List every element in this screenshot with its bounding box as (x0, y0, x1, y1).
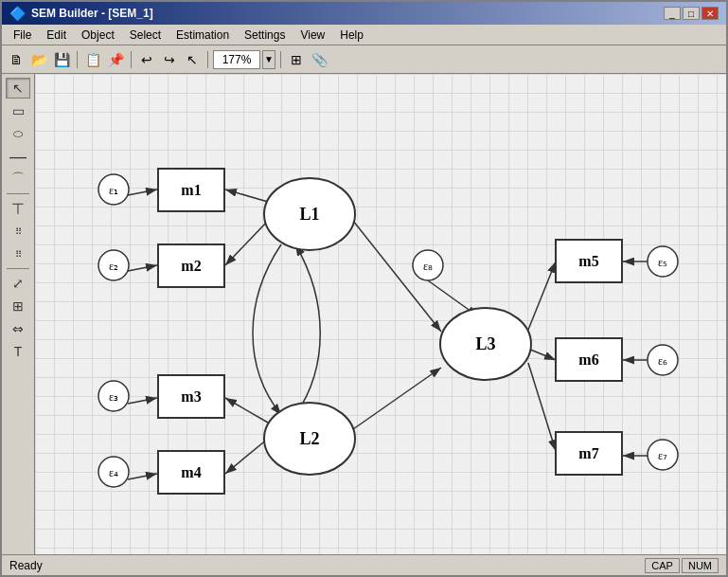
app-icon: 🔷 (9, 6, 26, 21)
tool-text[interactable]: T (6, 341, 30, 362)
tool-sep-2 (7, 268, 29, 269)
menu-edit[interactable]: Edit (39, 27, 74, 44)
arrow-e2-m2 (128, 265, 157, 271)
tool-dots2[interactable]: ⠿ (6, 243, 30, 264)
save-button[interactable]: 💾 (51, 49, 72, 70)
main-window: 🔷 SEM Builder - [SEM_1] _ □ ✕ File Edit … (0, 0, 728, 577)
label-m7: m7 (578, 445, 598, 461)
arrow-L1-m2 (225, 221, 268, 265)
tool-filter[interactable]: ⊤ (6, 198, 30, 219)
extra-button[interactable]: 📎 (309, 49, 329, 70)
title-bar-controls: _ □ ✕ (664, 7, 719, 20)
arrow-e3-m3 (128, 398, 157, 404)
label-e1: ε₁ (109, 184, 118, 197)
separator-2 (131, 51, 132, 68)
label-L3: L3 (475, 334, 495, 353)
arrow-L2-L1-up (295, 244, 320, 415)
menu-settings[interactable]: Settings (237, 27, 293, 44)
maximize-button[interactable]: □ (683, 7, 700, 20)
new-button[interactable]: 🗎 (6, 49, 27, 70)
cursor-tool[interactable]: ↖ (182, 49, 203, 70)
label-m6: m6 (578, 352, 598, 368)
arrow-L1-L2-down (253, 244, 281, 415)
tool-transform[interactable]: ⤢ (6, 273, 30, 294)
tool-resize[interactable]: ⇔ (6, 318, 30, 339)
tool-cursor[interactable]: ↖ (6, 78, 30, 99)
tool-grid-tool[interactable]: ⊞ (6, 296, 30, 316)
status-text: Ready (9, 559, 43, 572)
label-m3: m3 (181, 388, 201, 405)
tool-arc[interactable]: ⌒ (6, 169, 30, 189)
close-button[interactable]: ✕ (701, 7, 719, 20)
label-m2: m2 (181, 258, 201, 274)
menu-estimation[interactable]: Estimation (169, 27, 237, 44)
separator-1 (77, 51, 78, 68)
arrow-L3-m5 (528, 261, 556, 330)
menu-bar: File Edit Object Select Estimation Setti… (2, 25, 726, 45)
main-area: ↖ ▭ ⬭ — ⌒ ⊤ ⠿ ⠿ ⤢ ⊞ ⇔ T (2, 74, 726, 554)
label-e3: ε₃ (109, 390, 118, 404)
arrow-L2-m4 (225, 439, 268, 474)
paste-button[interactable]: 📌 (105, 49, 126, 70)
label-m1: m1 (181, 182, 201, 198)
menu-object[interactable]: Object (74, 27, 122, 44)
title-bar: 🔷 SEM Builder - [SEM_1] _ □ ✕ (2, 2, 726, 25)
window-title: SEM Builder - [SEM_1] (31, 7, 153, 20)
label-L1: L1 (299, 205, 319, 224)
menu-view[interactable]: View (293, 27, 332, 44)
label-e4: ε₄ (109, 466, 118, 479)
minimize-button[interactable]: _ (664, 7, 681, 20)
zoom-combo: 177% ▼ (213, 50, 275, 69)
tool-rectangle[interactable]: ▭ (6, 100, 30, 121)
zoom-input[interactable]: 177% (213, 50, 260, 69)
arrow-L2-L3 (353, 368, 441, 429)
arrow-L2-m3 (225, 398, 268, 423)
tool-dots1[interactable]: ⠿ (6, 221, 30, 242)
label-m5: m5 (578, 253, 598, 269)
zoom-dropdown[interactable]: ▼ (262, 50, 275, 69)
label-e2: ε₂ (109, 260, 118, 273)
tool-line[interactable]: — (6, 146, 30, 167)
tool-ellipse[interactable]: ⬭ (6, 123, 30, 144)
canvas-area[interactable]: m1 m2 m3 m4 m5 m6 m7 (35, 74, 726, 554)
num-indicator: NUM (682, 558, 719, 573)
label-e7: ε₇ (658, 449, 667, 462)
label-m4: m4 (181, 464, 201, 480)
separator-3 (207, 51, 208, 68)
undo-button[interactable]: ↩ (136, 49, 157, 70)
label-e5: ε₅ (658, 256, 667, 269)
title-bar-left: 🔷 SEM Builder - [SEM_1] (9, 6, 153, 21)
redo-button[interactable]: ↪ (159, 49, 180, 70)
menu-select[interactable]: Select (122, 27, 169, 44)
diagram-svg: m1 m2 m3 m4 m5 m6 m7 (35, 74, 726, 554)
copy-button[interactable]: 📋 (82, 49, 103, 70)
label-e6: ε₆ (658, 354, 667, 368)
label-L2: L2 (299, 429, 319, 448)
tool-sep-1 (7, 193, 29, 194)
arrow-e1-m1 (128, 189, 157, 195)
toolbar: 🗎 📂 💾 📋 📌 ↩ ↪ ↖ 177% ▼ ⊞ 📎 (2, 45, 726, 74)
arrow-L1-m1 (225, 189, 268, 202)
cap-indicator: CAP (645, 558, 680, 573)
open-button[interactable]: 📂 (28, 49, 49, 70)
separator-4 (280, 51, 281, 68)
arrow-e4-m4 (128, 474, 157, 479)
arrow-L3-m6 (528, 349, 556, 360)
arrow-L3-m7 (528, 363, 556, 451)
menu-help[interactable]: Help (332, 27, 371, 44)
status-indicators: CAP NUM (645, 558, 719, 573)
grid-button[interactable]: ⊞ (286, 49, 307, 70)
label-e8: ε₈ (423, 260, 433, 273)
status-bar: Ready CAP NUM (2, 554, 726, 575)
toolbox: ↖ ▭ ⬭ — ⌒ ⊤ ⠿ ⠿ ⤢ ⊞ ⇔ T (2, 74, 35, 554)
menu-file[interactable]: File (6, 27, 39, 44)
